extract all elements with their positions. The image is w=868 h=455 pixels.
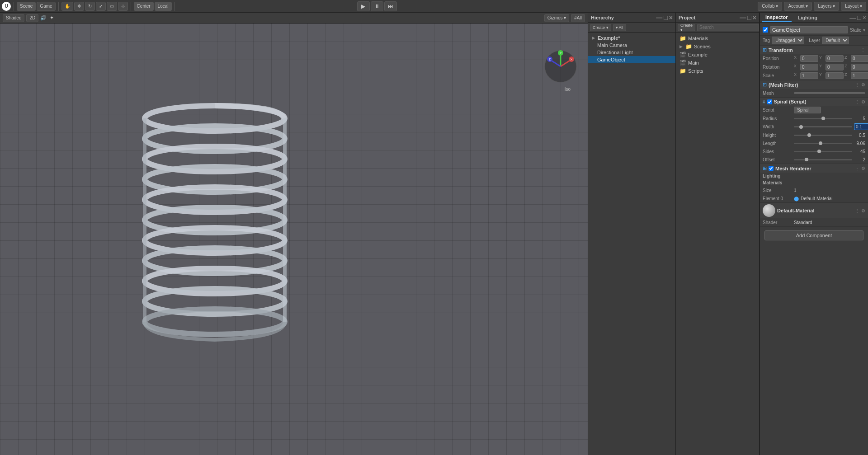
account-btn[interactable]: Account ▾ <box>784 2 812 11</box>
gameobject-active-checkbox[interactable] <box>763 27 768 33</box>
scl-z-input[interactable] <box>851 72 868 79</box>
scripts-folder-icon: 📁 <box>679 68 686 74</box>
scene-tab-btn[interactable]: Scene <box>17 2 36 11</box>
spiral-enabled-checkbox[interactable] <box>767 99 772 104</box>
meshfilter-settings-btn[interactable]: ⚙ <box>861 82 865 87</box>
example-scene-label: Example <box>688 52 708 57</box>
hand-tool-btn[interactable]: ✋ <box>61 2 73 11</box>
material-settings-btn[interactable]: ⚙ <box>861 208 865 213</box>
offset-slider[interactable] <box>794 159 852 160</box>
gizmos-btn[interactable]: Gizmos ▾ <box>544 14 570 22</box>
scene-view[interactable]: Y X Z Iso <box>0 23 588 455</box>
add-component-btn[interactable]: Add Component <box>764 230 863 240</box>
pivot-btn[interactable]: Center <box>134 2 154 11</box>
transform-menu-btn[interactable]: ⋮ <box>861 47 865 52</box>
spiral-settings-btn[interactable]: ⚙ <box>861 99 865 104</box>
hierarchy-max-btn[interactable]: □ <box>664 14 667 21</box>
layer-select[interactable]: Default <box>822 37 849 44</box>
example-scene-icon: 🎬 <box>679 52 686 58</box>
meshfilter-header[interactable]: ⊡ (Mesh Filter) ⋮ ⚙ <box>760 80 868 89</box>
gameobject-name-input[interactable] <box>770 26 848 33</box>
hierarchy-all-btn[interactable]: ▾ All <box>613 24 626 31</box>
inspector-min-btn[interactable]: — <box>849 14 856 21</box>
svg-text:Z: Z <box>549 58 551 61</box>
static-dropdown-btn[interactable]: ▾ <box>863 28 865 33</box>
project-min-btn[interactable]: — <box>740 14 746 21</box>
hierarchy-min-btn[interactable]: — <box>656 14 662 21</box>
2d-btn[interactable]: 2D <box>26 14 38 22</box>
spiral-menu-btn[interactable]: ⋮ <box>855 99 859 104</box>
hierarchy-close-btn[interactable]: × <box>669 14 673 21</box>
hierarchy-create-btn[interactable]: Create ▾ <box>590 24 611 31</box>
transform-header[interactable]: ⊞ Transform ⋮ <box>760 46 868 54</box>
spiral-title: Spiral (Script) <box>774 99 853 104</box>
project-item-scenes[interactable]: ▶ 📁 Scenes <box>676 42 759 51</box>
mesh-value[interactable] <box>794 92 865 94</box>
transform-tool-btn[interactable]: ⊹ <box>118 2 128 11</box>
scripts-label: Scripts <box>688 68 703 74</box>
length-slider[interactable] <box>794 143 852 144</box>
rot-z-input[interactable] <box>851 64 868 70</box>
rot-y-input[interactable] <box>826 64 844 70</box>
scene-gizmo[interactable]: Y X Z <box>542 48 579 84</box>
all-btn[interactable]: #All <box>571 14 585 22</box>
project-item-example[interactable]: 🎬 Example <box>676 51 759 59</box>
default-material-header[interactable]: Default-Material ⋮ ⚙ <box>760 203 868 218</box>
project-close-btn[interactable]: × <box>753 14 756 21</box>
height-value: 0.5 <box>854 133 865 138</box>
move-tool-btn[interactable]: ✥ <box>74 2 84 11</box>
sides-slider[interactable] <box>794 151 852 152</box>
layout-btn[interactable]: Layout ▾ <box>841 2 866 11</box>
project-create-btn[interactable]: Create ▾ <box>678 24 695 31</box>
collab-btn[interactable]: Collab ▾ <box>758 2 782 11</box>
material-menu-btn[interactable]: ⋮ <box>855 208 859 213</box>
hierarchy-item-gameobject[interactable]: GameObject <box>588 56 675 63</box>
rot-x-input[interactable] <box>800 64 818 70</box>
rotation-row: Rotation X Y Z <box>760 63 868 71</box>
inspector-close-btn[interactable]: × <box>863 14 866 21</box>
project-item-materials[interactable]: 📁 Materials <box>676 34 759 42</box>
rotate-tool-btn[interactable]: ↻ <box>85 2 95 11</box>
layers-btn[interactable]: Layers ▾ <box>814 2 839 11</box>
project-search-input[interactable] <box>697 24 759 31</box>
meshrenderer-enabled-checkbox[interactable] <box>769 166 774 171</box>
effect-btn[interactable]: ✦ <box>48 15 55 21</box>
rect-tool-btn[interactable]: ▭ <box>107 2 117 11</box>
scl-x-label: X <box>794 72 799 79</box>
pos-z-input[interactable] <box>851 55 868 62</box>
meshrenderer-icon: ⊞ <box>763 165 767 171</box>
pause-btn[interactable]: ⏸ <box>371 1 383 11</box>
height-slider[interactable] <box>794 135 852 136</box>
scl-y-input[interactable] <box>826 72 844 79</box>
game-tab-btn[interactable]: Game <box>37 2 55 11</box>
project-max-btn[interactable]: □ <box>747 14 751 21</box>
width-value-input[interactable] <box>854 123 868 130</box>
shading-btn[interactable]: Shaded <box>3 14 24 22</box>
project-item-scripts[interactable]: 📁 Scripts <box>676 67 759 75</box>
spiral-header[interactable]: # Spiral (Script) ⋮ ⚙ <box>760 98 868 106</box>
radius-slider[interactable] <box>794 118 852 119</box>
project-item-main[interactable]: 🎬 Main <box>676 59 759 67</box>
width-slider[interactable] <box>794 126 852 127</box>
audio-btn[interactable]: 🔊 <box>40 15 47 21</box>
meshrenderer-menu-btn[interactable]: ⋮ <box>855 166 859 171</box>
inspector-max-btn[interactable]: □ <box>857 14 861 21</box>
meshrenderer-settings-btn[interactable]: ⚙ <box>861 166 865 171</box>
pos-x-input[interactable] <box>800 55 818 62</box>
play-btn[interactable]: ▶ <box>357 1 370 11</box>
space-btn[interactable]: Local <box>155 2 172 11</box>
tag-select[interactable]: Untagged <box>772 37 804 44</box>
hierarchy-item-dirlight[interactable]: Directional Light <box>588 49 675 56</box>
scl-x-input[interactable] <box>800 72 818 79</box>
step-btn[interactable]: ⏭ <box>384 1 397 11</box>
lighting-tab[interactable]: Lighting <box>794 14 821 21</box>
script-value[interactable]: Spiral <box>794 107 821 113</box>
inspector-tab[interactable]: Inspector <box>762 14 792 22</box>
hierarchy-item-maincamera[interactable]: Main Camera <box>588 42 675 49</box>
scale-tool-btn[interactable]: ⤢ <box>96 2 106 11</box>
meshfilter-menu-btn[interactable]: ⋮ <box>855 82 859 87</box>
scenes-label: Scenes <box>694 44 711 49</box>
pos-y-input[interactable] <box>826 55 844 62</box>
hierarchy-item-example[interactable]: ▶ Example* <box>588 34 675 42</box>
meshrenderer-header[interactable]: ⊞ Mesh Renderer ⋮ ⚙ <box>760 164 868 173</box>
